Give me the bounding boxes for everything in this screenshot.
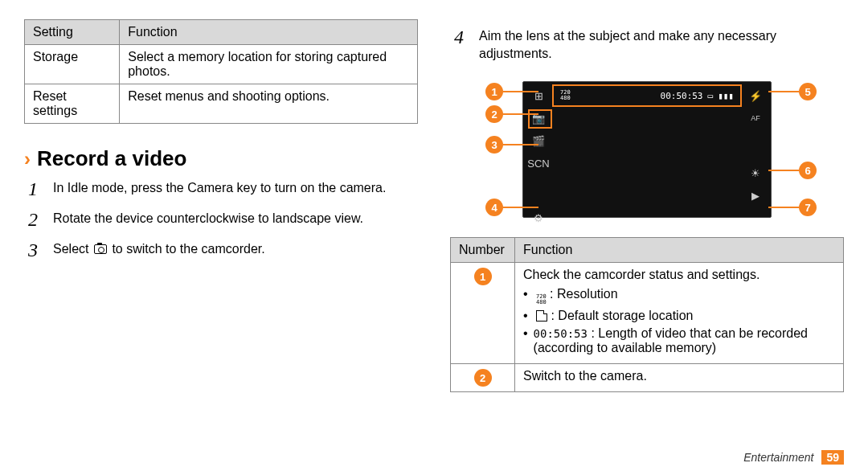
detail-resolution: • 720 480 : Resolution: [523, 287, 835, 305]
exposure-icon: ☀: [748, 166, 763, 180]
resolution-icon: 720 480: [536, 294, 547, 305]
detail-storage: • : Default storage location: [523, 309, 835, 323]
callout-1: 1: [485, 83, 538, 100]
callout-badge: 5: [799, 83, 817, 100]
step-number: 2: [24, 210, 42, 229]
callout-header-function: Function: [515, 238, 844, 263]
callout-2: 2: [485, 105, 538, 123]
step-4: 4 Aim the lens at the subject and make a…: [450, 27, 844, 62]
callout-table-header: Number Function: [451, 238, 844, 263]
length-icon: 00:50:53: [534, 327, 588, 340]
status-bar: 720 480 00:50:53 ▭ ▮▮▮: [555, 87, 739, 104]
res-bot: 480: [560, 96, 571, 101]
callout-function-cell: Switch to the camera.: [515, 364, 844, 392]
step-number: 1: [24, 179, 42, 199]
scene-icon: SCN: [531, 156, 546, 170]
callout-badge: 6: [799, 162, 817, 179]
chevron-icon: ›: [24, 148, 31, 170]
viewfinder-diagram: 720 480 00:50:53 ▭ ▮▮▮ ⊞ 📷 🎬 SCN: [474, 73, 820, 226]
detail-res-text: : Resolution: [550, 287, 618, 301]
step-text: Select to switch to the camcorder.: [53, 240, 418, 260]
table-row: Storage Select a memory location for sto…: [25, 45, 418, 84]
right-tool-column: ⚡ AF ☀ ▶: [748, 88, 763, 203]
setting-name: Storage: [25, 45, 120, 84]
callout-function-cell: Check the camcorder status and settings.…: [515, 263, 844, 364]
recording-length: 00:50:53: [661, 91, 703, 101]
callout-header-number: Number: [451, 238, 515, 263]
viewfinder-screen: 720 480 00:50:53 ▭ ▮▮▮ ⊞ 📷 🎬 SCN: [522, 81, 772, 218]
settings-header-setting: Setting: [25, 20, 120, 45]
step-1: 1 In Idle mode, press the Camera key to …: [24, 179, 418, 199]
storage-icon: ▭: [708, 91, 714, 101]
callout-details: • 720 480 : Resolution •: [523, 287, 835, 355]
step-text: Rotate the device counterclockwise to la…: [53, 210, 418, 229]
callout-badge: 7: [799, 199, 817, 216]
step-number: 4: [450, 27, 468, 62]
detail-storage-text: : Default storage location: [551, 309, 693, 322]
table-row: Reset settings Reset menus and shooting …: [25, 84, 418, 124]
callout-badge: 2: [474, 369, 492, 387]
callout-badge: 1: [485, 83, 503, 100]
callout-number-cell: 1: [451, 263, 515, 364]
resolution-icon: 720 480: [560, 90, 571, 101]
step3-a: Select: [53, 242, 92, 256]
settings-header-function: Function: [120, 20, 418, 45]
callout-3: 3: [485, 136, 538, 154]
callout-intro: Check the camcorder status and settings.: [523, 268, 835, 282]
table-row: 1 Check the camcorder status and setting…: [451, 263, 844, 364]
step-text: In Idle mode, press the Camera key to tu…: [53, 179, 418, 199]
camera-icon: [94, 244, 107, 254]
step-number: 3: [24, 240, 42, 260]
callout-7: 7: [768, 199, 817, 216]
right-column: 4 Aim the lens at the subject and make a…: [450, 19, 844, 463]
status-right: 00:50:53 ▭ ▮▮▮: [661, 91, 734, 101]
steps-list-right: 4 Aim the lens at the subject and make a…: [450, 27, 844, 62]
battery-icon: ▮▮▮: [718, 91, 734, 101]
step-3: 3 Select to switch to the camcorder.: [24, 240, 418, 260]
callout-table: Number Function 1 Check the camcorder st…: [450, 237, 844, 392]
step-2: 2 Rotate the device counterclockwise to …: [24, 210, 418, 229]
setting-name: Reset settings: [25, 84, 120, 124]
page: Setting Function Storage Select a memory…: [0, 0, 868, 471]
callout-badge: 4: [485, 199, 503, 216]
section-heading: › Record a video: [24, 146, 418, 171]
callout-badge: 1: [474, 268, 492, 285]
step-text: Aim the lens at the subject and make any…: [479, 27, 844, 62]
footer-section: Entertainment: [743, 451, 813, 464]
focus-icon: AF: [748, 111, 763, 125]
callout-number-cell: 2: [451, 364, 515, 392]
settings-table-header: Setting Function: [25, 20, 418, 45]
page-number: 59: [821, 450, 844, 465]
settings-table: Setting Function Storage Select a memory…: [24, 19, 418, 124]
status-left: 720 480: [560, 90, 571, 101]
flash-icon: ⚡: [748, 88, 763, 103]
detail-length: • 00:50:53 : Length of video that can be…: [523, 326, 835, 355]
left-column: Setting Function Storage Select a memory…: [24, 19, 418, 463]
step3-b: to switch to the camcorder.: [112, 242, 264, 256]
callout-4: 4: [485, 199, 538, 216]
callout-badge: 2: [485, 105, 503, 123]
setting-function: Select a memory location for storing cap…: [120, 45, 418, 84]
callout-6: 6: [768, 162, 817, 179]
gallery-icon: ▶: [748, 188, 763, 203]
setting-function: Reset menus and shooting options.: [120, 84, 418, 124]
callout-5: 5: [768, 83, 817, 100]
page-footer: Entertainment 59: [743, 450, 844, 465]
callout-badge: 3: [485, 136, 503, 154]
section-title-text: Record a video: [37, 146, 186, 171]
table-row: 2 Switch to the camera.: [451, 364, 844, 392]
steps-list: 1 In Idle mode, press the Camera key to …: [24, 179, 418, 260]
sd-card-icon: [536, 310, 547, 322]
